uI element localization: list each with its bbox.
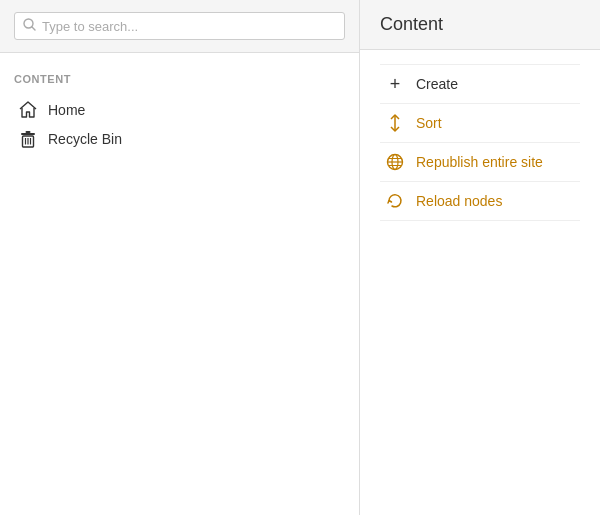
- action-label-create: Create: [416, 76, 458, 92]
- page-title: Content: [380, 14, 443, 34]
- right-actions: + Create Sort: [360, 50, 600, 235]
- action-republish[interactable]: Republish entire site: [380, 143, 580, 182]
- left-panel: CONTENT Home: [0, 0, 360, 515]
- bin-icon: [18, 130, 38, 148]
- action-label-sort: Sort: [416, 115, 442, 131]
- sidebar-item-home[interactable]: Home: [14, 95, 345, 124]
- search-bar: [0, 0, 359, 53]
- sort-icon: [384, 114, 406, 132]
- sidebar-item-recycle-bin[interactable]: Recycle Bin: [14, 124, 345, 154]
- app-layout: CONTENT Home: [0, 0, 600, 515]
- globe-icon: [384, 153, 406, 171]
- reload-icon: [384, 192, 406, 210]
- search-input-wrapper[interactable]: [14, 12, 345, 40]
- svg-rect-2: [21, 133, 35, 135]
- search-input[interactable]: [42, 19, 336, 34]
- search-icon: [23, 18, 36, 34]
- svg-line-1: [32, 27, 35, 30]
- plus-icon: +: [384, 75, 406, 93]
- sidebar-item-label-recycle-bin: Recycle Bin: [48, 131, 122, 147]
- left-content: CONTENT Home: [0, 53, 359, 515]
- home-icon: [18, 101, 38, 118]
- action-reload[interactable]: Reload nodes: [380, 182, 580, 221]
- action-label-reload: Reload nodes: [416, 193, 502, 209]
- action-label-republish: Republish entire site: [416, 154, 543, 170]
- action-create[interactable]: + Create: [380, 64, 580, 104]
- action-sort[interactable]: Sort: [380, 104, 580, 143]
- section-label: CONTENT: [14, 73, 345, 85]
- right-panel: Content + Create Sort: [360, 0, 600, 515]
- right-header: Content: [360, 0, 600, 50]
- svg-rect-3: [26, 131, 31, 133]
- sidebar-item-label-home: Home: [48, 102, 85, 118]
